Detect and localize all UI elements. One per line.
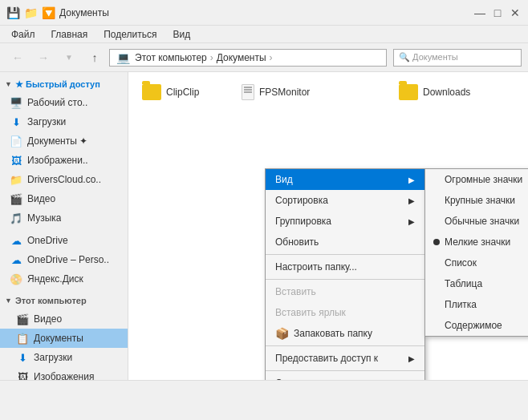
path-documents[interactable]: Документы xyxy=(217,52,266,63)
sub-label-medium: Обычные значки xyxy=(445,216,519,227)
ctx-label-paste-shortcut: Вставить ярлык xyxy=(275,307,346,318)
content-area: ClipClip FPSMonitor Downloads Вид ▶ xyxy=(128,72,528,380)
up-button[interactable]: ↑ xyxy=(83,46,106,69)
ctx-item-sort[interactable]: Сортировка ▶ xyxy=(266,190,424,211)
recent-button[interactable]: ▼ xyxy=(58,46,80,69)
sidebar-item-desktop[interactable]: 🖥️ Рабочий сто.. xyxy=(0,93,128,112)
ctx-arrow-view: ▶ xyxy=(408,176,415,184)
menu-view[interactable]: Вид xyxy=(164,27,198,42)
sub-item-list[interactable]: Список xyxy=(425,252,528,273)
title-icon-arrow[interactable]: 🔽 xyxy=(42,6,55,19)
ctx-label-share: Предоставить доступ к xyxy=(275,353,378,364)
sub-label-huge: Огромные значки xyxy=(445,174,522,185)
sidebar-label-driverscloud: DriversCloud.co.. xyxy=(27,174,101,185)
context-menu: Вид ▶ Сортировка ▶ Группировка ▶ Обновит… xyxy=(265,168,425,380)
sidebar-item-onedrive-personal[interactable]: ☁ OneDrive – Perso.. xyxy=(0,250,128,269)
sidebar-item-downloads[interactable]: ⬇ Загрузки xyxy=(0,112,128,131)
images-icon: 🖼 xyxy=(10,154,22,167)
sidebar-item-pc-images[interactable]: 🖼 Изображения xyxy=(0,367,128,380)
ctx-item-customize[interactable]: Настроить папку... xyxy=(266,256,424,277)
menu-share[interactable]: Поделиться xyxy=(95,27,164,42)
onedrive-icon: ☁ xyxy=(10,234,22,247)
file-name-clipclip: ClipClip xyxy=(166,87,199,98)
sidebar-item-documents[interactable]: 📄 Документы ✦ xyxy=(0,131,128,151)
menu-file[interactable]: Файл xyxy=(3,27,43,42)
sub-label-small: Мелкие значки xyxy=(445,236,510,248)
menu-home[interactable]: Главная xyxy=(43,27,96,42)
sidebar-item-driverscloud[interactable]: 📁 DriversCloud.co.. xyxy=(0,170,128,189)
sidebar-item-pc-video[interactable]: 🎬 Видео xyxy=(0,309,128,329)
sidebar-item-images[interactable]: 🖼 Изображени.. xyxy=(0,151,128,170)
search-area: 🔍 Документы xyxy=(393,49,522,67)
ctx-sep-1 xyxy=(266,254,424,255)
quick-access-header[interactable]: ▼ ★ Быстрый доступ xyxy=(0,75,128,93)
address-bar[interactable]: 💻 Этот компьютер › Документы › xyxy=(109,49,387,67)
path-computer[interactable]: Этот компьютер xyxy=(135,52,207,63)
ctx-item-view[interactable]: Вид ▶ xyxy=(266,169,424,190)
sub-item-medium[interactable]: Обычные значки xyxy=(425,211,528,232)
ctx-item-pack[interactable]: 📦 Запаковать папку xyxy=(266,323,424,344)
ctx-label-group: Группировка xyxy=(275,216,331,227)
file-item-downloads[interactable]: Downloads xyxy=(393,80,489,104)
sub-item-small[interactable]: Мелкие значки xyxy=(425,232,528,252)
ctx-item-refresh[interactable]: Обновить xyxy=(266,232,424,252)
ctx-item-create[interactable]: Создать ▶ xyxy=(266,373,424,380)
sidebar-label-desktop: Рабочий сто.. xyxy=(27,97,87,108)
sub-item-huge[interactable]: Огромные значки xyxy=(425,169,528,190)
sidebar-label-onedrive: OneDrive xyxy=(27,235,68,246)
maximize-icon[interactable]: □ xyxy=(491,6,504,19)
file-icon-fpsmonitor xyxy=(242,84,254,100)
back-button[interactable]: ← xyxy=(6,46,29,69)
file-name-fpsmonitor: FPSMonitor xyxy=(259,87,310,98)
sidebar-label-downloads: Загрузки xyxy=(27,116,66,127)
sub-item-tile[interactable]: Плитка xyxy=(425,294,528,315)
ctx-item-share[interactable]: Предоставить доступ к ▶ xyxy=(266,348,424,369)
sidebar-item-onedrive[interactable]: ☁ OneDrive xyxy=(0,231,128,250)
pc-documents-icon: 📋 xyxy=(16,332,29,345)
sidebar-label-yadisk: Яндекс.Диск xyxy=(27,273,83,285)
sub-item-table[interactable]: Таблица xyxy=(425,273,528,294)
check-bullet xyxy=(433,239,440,245)
file-item-clipclip[interactable]: ClipClip xyxy=(136,80,233,104)
ctx-sep-4 xyxy=(266,370,424,371)
title-icon-save[interactable]: 💾 xyxy=(6,6,19,19)
search-input[interactable]: 🔍 Документы xyxy=(393,49,522,67)
downloads-icon: ⬇ xyxy=(10,115,22,128)
title-text: Документы xyxy=(59,7,469,18)
sidebar-label-pc-documents: Документы xyxy=(34,333,83,344)
ctx-label-customize: Настроить папку... xyxy=(275,261,357,273)
pc-images-icon: 🖼 xyxy=(16,370,29,380)
pack-icon: 📦 xyxy=(275,327,289,340)
ctx-label-paste: Вставить xyxy=(275,286,316,297)
ctx-item-group[interactable]: Группировка ▶ xyxy=(266,211,424,232)
ctx-item-paste[interactable]: Вставить xyxy=(266,281,424,302)
this-pc-label: Этот компьютер xyxy=(15,296,87,305)
this-pc-header[interactable]: ▼ Этот компьютер xyxy=(0,292,128,309)
sidebar-item-pc-downloads[interactable]: ⬇ Загрузки xyxy=(0,348,128,367)
ctx-pack-inner: 📦 Запаковать папку xyxy=(275,327,372,340)
pc-downloads-icon: ⬇ xyxy=(16,351,29,364)
sidebar-item-music[interactable]: 🎵 Музыка xyxy=(0,208,128,228)
sidebar-label-pc-downloads: Загрузки xyxy=(34,352,72,363)
documents-icon: 📄 xyxy=(10,135,22,147)
ctx-item-paste-shortcut[interactable]: Вставить ярлык xyxy=(266,302,424,323)
sub-item-large[interactable]: Крупные значки xyxy=(425,190,528,211)
toolbar: ← → ▼ ↑ 💻 Этот компьютер › Документы › 🔍… xyxy=(0,43,528,72)
sidebar-label-pc-video: Видео xyxy=(34,313,62,325)
sidebar-item-yadisk[interactable]: 📀 Яндекс.Диск xyxy=(0,269,128,289)
close-icon[interactable]: ✕ xyxy=(509,6,522,19)
ctx-arrow-share: ▶ xyxy=(408,354,415,363)
minimize-icon[interactable]: — xyxy=(473,6,486,19)
forward-button[interactable]: → xyxy=(32,46,55,69)
file-item-fpsmonitor[interactable]: FPSMonitor xyxy=(236,80,332,104)
sub-label-list: Список xyxy=(445,257,477,269)
ctx-sep-3 xyxy=(266,345,424,346)
sidebar-item-video[interactable]: 🎬 Видео xyxy=(0,189,128,208)
file-name-downloads: Downloads xyxy=(423,87,470,98)
sidebar-label-images: Изображени.. xyxy=(27,155,88,166)
sidebar-item-pc-documents[interactable]: 📋 Документы xyxy=(0,329,128,348)
submenu: Огромные значки Крупные значки Обычные з… xyxy=(424,168,528,337)
sub-item-content[interactable]: Содержимое xyxy=(425,315,528,336)
path-sep-2: › xyxy=(270,52,273,63)
yadisk-icon: 📀 xyxy=(10,273,22,285)
